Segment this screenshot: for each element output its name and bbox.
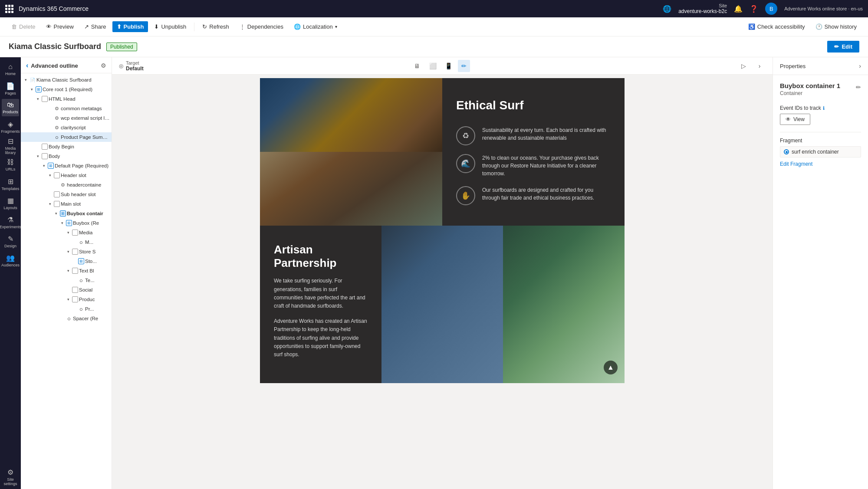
canvas-more-button[interactable]: ▷ [738, 60, 750, 72]
component-type: Container [780, 90, 840, 96]
online-store-label: Adventure Works online store · en-us [784, 6, 863, 11]
localization-button[interactable]: 🌐 Localization ▾ [289, 21, 342, 32]
sidebar-item-pages[interactable]: 📄 Pages [2, 80, 19, 97]
target-label: Target Default [126, 60, 144, 72]
toolbar: 🗑 Delete 👁 Preview ↗ Share ⬆ Publish ⬇ U… [0, 17, 868, 36]
edit-button[interactable]: ✏ Edit [827, 41, 859, 53]
tree-node-product-page-summary[interactable]: ▸ ○ Product Page Summary [21, 132, 112, 142]
properties-header: Properties › [773, 57, 868, 75]
tree-node-header-slot[interactable]: ▾ Header slot [21, 171, 112, 180]
checkbox-text-bl[interactable] [72, 268, 78, 274]
tablet-portrait-button[interactable]: 📱 [442, 60, 454, 72]
tree-node-pr-child[interactable]: ▸ ○ Pr... [21, 304, 112, 314]
tree-node-headercontaine[interactable]: ▸ ⚙ headercontaine [21, 180, 112, 190]
tree-node-core-root[interactable]: ▾ ⊞ Core root 1 (Required) [21, 85, 112, 94]
avatar[interactable]: B [765, 3, 777, 15]
checkbox-media[interactable] [72, 230, 78, 236]
outline-settings-icon[interactable]: ⚙ [101, 62, 106, 69]
tablet-landscape-button[interactable]: ⬜ [427, 60, 439, 72]
edit-fragment-link[interactable]: Edit Fragment [780, 161, 861, 167]
desktop-viewport-button[interactable]: 🖥 [411, 60, 423, 72]
show-history-button[interactable]: 🕐 Show history [811, 21, 861, 32]
publish-button[interactable]: ⬆ Publish [112, 21, 148, 32]
sidebar-item-audiences[interactable]: 👥 Audiences [2, 252, 19, 269]
checkbox-sub-header-slot[interactable] [54, 191, 60, 197]
notification-icon[interactable]: 🔔 [734, 5, 743, 13]
tree-node-sto-child[interactable]: ▸ ⊞ Sto... [21, 256, 112, 266]
tree-node-body[interactable]: ▾ Body [21, 151, 112, 161]
check-accessibility-button[interactable]: ♿ Check accessibility [744, 21, 809, 32]
tree-node-default-page[interactable]: ▾ ⊞ Default Page (Required) [21, 161, 112, 171]
tree-node-store-s[interactable]: ▾ Store S [21, 247, 112, 256]
tree-node-html-head[interactable]: ▾ HTML Head [21, 94, 112, 104]
sidebar-item-design[interactable]: ✎ Design [2, 233, 19, 250]
tree-node-wcp-script[interactable]: ▸ ⚙ wcp external script link [21, 113, 112, 123]
help-icon[interactable]: ❓ [750, 5, 758, 13]
chevron-down-icon: ▾ [65, 230, 71, 235]
canvas-collapse-button[interactable]: › [753, 60, 766, 72]
checkbox-produc[interactable] [72, 296, 78, 302]
checkbox-body-begin[interactable] [42, 144, 48, 150]
preview-button[interactable]: 👁 Preview [42, 21, 78, 32]
top-bar-right: 🌐 Site adventure-works-b2c 🔔 ❓ B Adventu… [663, 3, 863, 15]
outline-back-button[interactable]: ‹ [26, 62, 28, 69]
tree-node-common-meta[interactable]: ▸ ⚙ common metatags [21, 104, 112, 113]
tree-node-te-child[interactable]: ▸ ○ Te... [21, 276, 112, 285]
tree-node-sub-header-slot[interactable]: ▸ Sub header slot [21, 190, 112, 199]
event-ids-info-icon[interactable]: ℹ [823, 105, 825, 111]
tree-node-body-begin[interactable]: ▸ Body Begin [21, 142, 112, 151]
sidebar-item-experiments[interactable]: ⚗ Experiments [2, 213, 19, 231]
checkbox-body[interactable] [42, 153, 48, 159]
checkbox-header-slot[interactable] [54, 172, 60, 178]
checkbox-html-head[interactable] [42, 96, 48, 102]
properties-edit-icon[interactable]: ✏ [856, 84, 861, 91]
history-icon: 🕐 [815, 23, 822, 30]
properties-expand-icon[interactable]: › [859, 62, 861, 69]
checkbox-main-slot[interactable] [54, 201, 60, 207]
refresh-button[interactable]: ↻ Refresh [198, 21, 233, 32]
tree-node-social[interactable]: ▸ Social [21, 285, 112, 295]
fragment-section: Fragment surf enrich container Edit Frag… [780, 138, 861, 167]
share-button[interactable]: ↗ Share [80, 21, 111, 32]
sidebar-item-layouts[interactable]: ▦ Layouts [2, 194, 19, 212]
sidebar-item-media-library[interactable]: ⊟ Media library [2, 137, 19, 154]
tree-node-buybox-re[interactable]: ▾ ⊞ Buybox (Re [21, 218, 112, 228]
ocean-icon: 🌊 [456, 154, 475, 173]
published-badge: Published [106, 43, 137, 51]
sidebar-item-home[interactable]: ⌂ Home [2, 61, 19, 78]
sidebar-item-fragments[interactable]: ◈ Fragments [2, 118, 19, 135]
sidebar-item-site-settings[interactable]: ⚙ Site settings [2, 468, 19, 486]
canvas-viewports: 🖥 ⬜ 📱 ✏ [411, 60, 470, 72]
tree-node-spacer-re[interactable]: ▸ ○ Spacer (Re [21, 314, 112, 323]
delete-icon: 🗑 [11, 23, 17, 30]
scroll-up-button[interactable]: ▲ [604, 361, 618, 374]
sidebar-item-templates[interactable]: ⊞ Templates [2, 175, 19, 193]
tree-node-m-child[interactable]: ▸ ○ M... [21, 237, 112, 247]
tree-node-main-slot[interactable]: ▾ Main slot [21, 199, 112, 209]
component-title: Buybox container 1 [780, 82, 840, 89]
tree-node-kiama[interactable]: ▾ 📄 Kiama Classic Surfboard [21, 75, 112, 85]
checkbox-social[interactable] [72, 287, 78, 293]
sidebar-item-products[interactable]: 🛍 Products [2, 99, 19, 116]
sidebar-item-urls[interactable]: ⛓ URLs [2, 156, 19, 174]
tree-node-produc[interactable]: ▾ Produc [21, 295, 112, 304]
ethical-point-2: 🌊 2% to clean our oceans. Your purchase … [456, 154, 611, 177]
view-button[interactable]: 👁 View [780, 114, 810, 125]
sustainability-icon: ♻ [456, 126, 475, 145]
checkbox-store[interactable] [72, 249, 78, 255]
tree-node-media[interactable]: ▾ Media [21, 228, 112, 237]
artisan-body-1: We take surfing seriously. For generatio… [274, 277, 368, 310]
tree-node-buybox-container[interactable]: ▾ ⊞ Buybox contair [21, 209, 112, 218]
tree-node-clarity[interactable]: ▸ ⚙ clarityscript [21, 123, 112, 132]
tree-node-text-bl[interactable]: ▾ Text Bl [21, 266, 112, 276]
delete-button[interactable]: 🗑 Delete [7, 21, 40, 32]
localization-chevron-icon: ▾ [335, 24, 337, 29]
home-icon: ⌂ [8, 63, 13, 71]
artisan-body-2: Adventure Works has created an Artisan P… [274, 317, 368, 359]
waffle-menu-icon[interactable] [5, 5, 13, 13]
unpublish-button[interactable]: ⬇ Unpublish [150, 21, 191, 32]
ethical-text-3: Our surfboards are designed and crafted … [482, 186, 611, 202]
dependencies-button[interactable]: ⋮ Dependencies [235, 21, 288, 32]
artisan-foam-image [503, 226, 625, 383]
edit-mode-button[interactable]: ✏ [458, 60, 470, 72]
